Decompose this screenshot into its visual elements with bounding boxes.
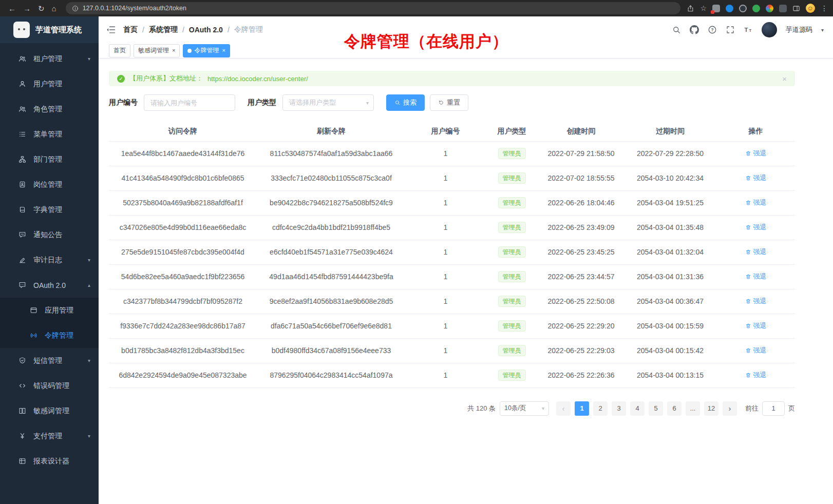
site-info-icon[interactable]	[72, 5, 79, 12]
extension-icon[interactable]	[779, 5, 787, 12]
search-button[interactable]: 搜索	[386, 94, 425, 111]
access-token-cell: c342377bf8b344799dcbf7bf095287f2	[109, 289, 257, 314]
user-id-cell: 1	[406, 338, 485, 363]
pagination: 共 120 条 10条/页 ▾ ‹ 123456...12 › 前往 页	[109, 401, 795, 416]
extension-icon[interactable]	[752, 5, 760, 12]
sidebar-item-dict[interactable]: 字典管理	[0, 197, 99, 222]
page-button[interactable]: 5	[649, 401, 663, 416]
tag-tab[interactable]: 令牌管理 ×	[183, 44, 230, 57]
reset-button[interactable]: 重置	[430, 94, 468, 111]
expire-time-cell: 2054-03-04 01:32:04	[624, 240, 716, 264]
sidebar-item-post[interactable]: 岗位管理	[0, 172, 99, 197]
next-page-button[interactable]: ›	[723, 401, 737, 416]
tag-tab[interactable]: 敏感词管理 ×	[134, 44, 180, 57]
bookmark-star-icon[interactable]: ☆	[700, 4, 707, 12]
force-logout-button[interactable]: 强退	[745, 297, 767, 306]
goto-page-input[interactable]	[762, 401, 785, 416]
forward-icon[interactable]: →	[23, 5, 31, 12]
expire-time-cell: 2054-03-04 01:31:36	[624, 264, 716, 289]
font-size-icon[interactable]: TT	[744, 25, 753, 34]
user-name[interactable]: 芋道源码	[786, 25, 812, 34]
close-icon[interactable]: ×	[222, 48, 225, 53]
sidebar-item-report-designer[interactable]: 报表设计器	[0, 449, 99, 474]
sidebar-item-label: 角色管理	[33, 105, 62, 114]
page-ellipsis[interactable]: ...	[686, 401, 700, 416]
avatar[interactable]	[762, 22, 777, 37]
breadcrumb-separator: /	[182, 26, 184, 34]
home-icon[interactable]: ⌂	[52, 5, 56, 12]
extension-icon[interactable]	[712, 5, 720, 12]
alert-close-icon[interactable]: ×	[782, 74, 787, 83]
table-header-row: 访问令牌刷新令牌用户编号用户类型创建时间过期时间操作	[109, 122, 795, 141]
page-button[interactable]: 3	[612, 401, 626, 416]
force-logout-button[interactable]: 强退	[745, 223, 767, 232]
extension-icon[interactable]	[766, 5, 773, 12]
user-id-input[interactable]	[144, 94, 235, 111]
close-icon[interactable]: ×	[172, 48, 175, 53]
goto-label: 前往	[745, 404, 759, 413]
sidebar-item-label: 错误码管理	[33, 381, 69, 391]
breadcrumb-item[interactable]: 系统管理	[149, 25, 178, 34]
force-logout-button[interactable]: 强退	[745, 346, 767, 355]
sidebar-item-menu[interactable]: 菜单管理	[0, 122, 99, 147]
reload-icon[interactable]: ↻	[38, 5, 45, 12]
back-icon[interactable]: ←	[8, 5, 16, 12]
help-icon[interactable]: ?	[708, 25, 717, 34]
extension-icon[interactable]	[739, 5, 747, 12]
user-id-cell: 1	[406, 141, 485, 166]
page-size-select[interactable]: 10条/页 ▾	[500, 401, 549, 416]
force-logout-button[interactable]: 强退	[745, 173, 767, 183]
browser-menu-icon[interactable]: ⋮	[821, 4, 828, 12]
table-row: 41c41346a548490f9dc8b01c6bfe0865 333ecfc…	[109, 166, 795, 190]
extension-icon[interactable]	[726, 5, 733, 12]
force-logout-button[interactable]: 强退	[745, 247, 767, 257]
breadcrumb-item[interactable]: OAuth 2.0	[189, 26, 223, 34]
chevron-down-icon[interactable]: ▾	[821, 27, 824, 33]
page-button[interactable]: 2	[593, 401, 608, 416]
page-button[interactable]: 6	[667, 401, 681, 416]
logo-area[interactable]: 芋道管理系统	[0, 16, 99, 43]
fullscreen-icon[interactable]	[726, 25, 735, 34]
sidebar-item-audit-log[interactable]: 审计日志 ▾	[0, 247, 99, 273]
created-time-cell: 2022-06-25 22:29:03	[538, 338, 624, 363]
user-type-select[interactable]: 请选择用户类型 ▾	[282, 94, 374, 111]
sidebar-item-tenant[interactable]: 租户管理 ▾	[0, 46, 99, 71]
sidebar-item-user[interactable]: 用户管理	[0, 71, 99, 96]
page-button[interactable]: 12	[704, 401, 718, 416]
sidebar-item-sensitive-word[interactable]: 敏感词管理	[0, 398, 99, 423]
page-button[interactable]: 1	[575, 401, 589, 416]
sidebar-item-oauth2-token[interactable]: 令牌管理	[0, 323, 99, 348]
sidebar-item-dept[interactable]: 部门管理	[0, 147, 99, 172]
active-dot	[187, 49, 192, 53]
prev-page-button[interactable]: ‹	[556, 401, 571, 416]
user-type-label: 用户类型	[248, 98, 276, 107]
sidebar-item-sms[interactable]: 短信管理 ▾	[0, 348, 99, 373]
doc-link[interactable]: https://doc.iocoder.cn/user-center/	[207, 75, 308, 83]
search-icon[interactable]	[672, 25, 681, 34]
page-button[interactable]: 4	[630, 401, 645, 416]
goto-page: 前往 页	[745, 401, 795, 416]
force-logout-button[interactable]: 强退	[745, 371, 767, 380]
menu-fold-icon[interactable]	[106, 25, 116, 35]
menu-item-icon	[18, 432, 27, 440]
github-icon[interactable]	[690, 25, 699, 34]
user-type-cell: 管理员	[485, 338, 538, 363]
sidebar-item-error-code[interactable]: 错误码管理	[0, 373, 99, 398]
sidebar-item-oauth2[interactable]: OAuth 2.0 ▴	[0, 273, 99, 298]
breadcrumb-item[interactable]: 首页	[123, 25, 138, 34]
force-logout-button[interactable]: 强退	[745, 198, 767, 207]
force-logout-button[interactable]: 强退	[745, 149, 767, 158]
chevron-down-icon: ▾	[366, 100, 369, 106]
sidebar-item-notice[interactable]: 通知公告	[0, 222, 99, 247]
url-bar[interactable]: 127.0.0.1:1024/system/oauth2/token	[66, 2, 681, 14]
browser-profile-avatar[interactable]: ☺	[806, 4, 815, 13]
access-token-cell: 1ea5e44f8bc1467aaede43144f31de76	[109, 141, 257, 166]
share-icon[interactable]	[687, 5, 694, 12]
side-panel-icon[interactable]	[792, 5, 800, 12]
sidebar-item-pay[interactable]: 支付管理 ▾	[0, 423, 99, 449]
sidebar-item-role[interactable]: 角色管理	[0, 96, 99, 122]
force-logout-button[interactable]: 强退	[745, 272, 767, 281]
tag-tab[interactable]: 首页	[109, 44, 130, 57]
sidebar-item-oauth2-app[interactable]: 应用管理	[0, 298, 99, 323]
force-logout-button[interactable]: 强退	[745, 321, 767, 331]
